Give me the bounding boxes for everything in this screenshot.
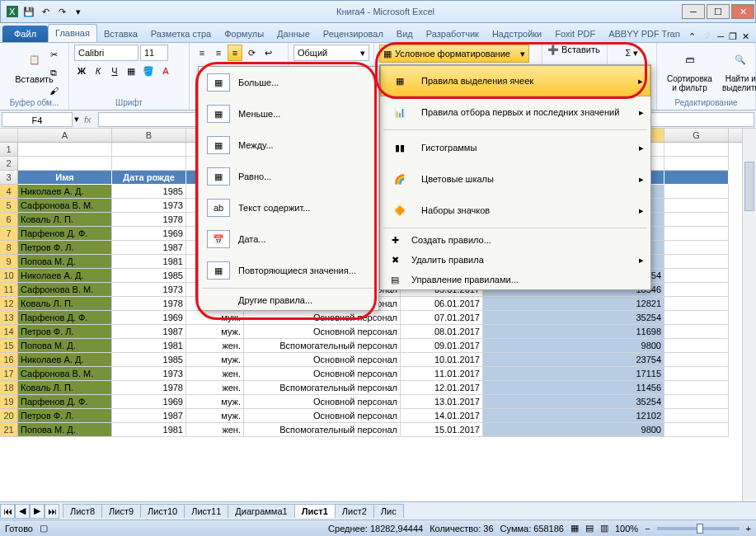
cut-icon[interactable]: ✂: [46, 46, 61, 63]
rule-more[interactable]: Другие правила...: [199, 290, 378, 310]
cell[interactable]: 1969: [112, 227, 186, 241]
cf-manage-rules[interactable]: ▤ Управление правилами...: [380, 270, 650, 289]
sheet-tab[interactable]: Лист10: [140, 504, 185, 518]
row-header[interactable]: 7: [0, 227, 18, 241]
cell[interactable]: Сафронова В. М.: [18, 283, 112, 297]
sheet-tab[interactable]: Диаграмма1: [228, 504, 294, 518]
minimize-button[interactable]: ─: [682, 4, 705, 19]
view-normal-icon[interactable]: ▦: [571, 523, 579, 534]
cell[interactable]: [664, 353, 729, 367]
undo-icon[interactable]: ↶: [39, 5, 52, 18]
sheet-nav-next[interactable]: ▶: [30, 504, 45, 519]
cell[interactable]: 12.01.2017: [401, 381, 483, 395]
row-header[interactable]: 9: [0, 255, 18, 269]
cell[interactable]: Парфенов Д. Ф.: [18, 227, 112, 241]
cell[interactable]: [664, 423, 729, 437]
row-header[interactable]: 15: [0, 339, 18, 353]
cell[interactable]: [664, 339, 729, 353]
cf-color-scales[interactable]: 🌈 Цветовые шкалы ▸: [380, 163, 650, 195]
cell[interactable]: Петров Ф. Л.: [18, 409, 112, 423]
row-header[interactable]: 8: [0, 241, 18, 255]
cell[interactable]: Вспомогательный персонал: [244, 423, 401, 437]
autosum-button[interactable]: Σ ▾: [613, 45, 651, 61]
tab-addins[interactable]: Надстройки: [486, 26, 548, 42]
row-header[interactable]: 6: [0, 213, 18, 227]
cf-icon-sets[interactable]: 🔶 Наборы значков ▸: [380, 195, 650, 226]
rule-text-contains[interactable]: abТекст содержит...: [199, 192, 378, 223]
cell[interactable]: Попова М. Д.: [18, 339, 112, 353]
font-size-dropdown[interactable]: 11: [140, 45, 168, 61]
align-bottom-button[interactable]: ≡: [228, 45, 242, 61]
tab-data[interactable]: Данные: [270, 26, 317, 42]
cell[interactable]: 23754: [483, 353, 664, 367]
ribbon-minimize-icon[interactable]: ⌃: [688, 31, 696, 42]
sheet-tab[interactable]: Лист1: [294, 504, 336, 518]
cell[interactable]: Основной персонал: [244, 409, 401, 423]
cell[interactable]: 07.01.2017: [401, 311, 483, 325]
cell[interactable]: Основной персонал: [244, 311, 401, 325]
orientation-button[interactable]: ⟳: [244, 45, 259, 61]
sheet-tab[interactable]: Лис: [373, 504, 404, 518]
cell[interactable]: 9800: [483, 339, 664, 353]
qat-more-icon[interactable]: ▾: [72, 5, 85, 18]
border-button[interactable]: ▦: [124, 63, 139, 79]
cell[interactable]: 1987: [112, 241, 186, 255]
cell[interactable]: [664, 297, 729, 311]
align-middle-button[interactable]: ≡: [211, 45, 226, 61]
fx-icon[interactable]: fx: [84, 115, 92, 125]
cell[interactable]: 09.01.2017: [401, 339, 483, 353]
col-header-B[interactable]: B: [112, 129, 186, 142]
cell[interactable]: муж.: [186, 311, 244, 325]
cell[interactable]: Сафронова В. М.: [18, 367, 112, 381]
tab-insert[interactable]: Вставка: [97, 26, 144, 42]
sheet-tab[interactable]: Лист9: [101, 504, 141, 518]
cell[interactable]: Коваль Л. П.: [18, 297, 112, 311]
maximize-button[interactable]: ☐: [707, 4, 730, 19]
row-header[interactable]: 4: [0, 185, 18, 199]
cell[interactable]: 12102: [483, 409, 664, 423]
cell[interactable]: [664, 241, 729, 255]
cell[interactable]: 35254: [483, 395, 664, 409]
cell[interactable]: 11.01.2017: [401, 367, 483, 381]
cell[interactable]: Основной персонал: [244, 325, 401, 339]
tab-foxit[interactable]: Foxit PDF: [548, 26, 602, 42]
cell[interactable]: муж.: [186, 409, 244, 423]
sheet-tab[interactable]: Лист8: [63, 504, 102, 518]
cell[interactable]: [664, 381, 729, 395]
cell[interactable]: 1978: [112, 213, 186, 227]
mdi-max-icon[interactable]: ❐: [729, 31, 737, 42]
cell[interactable]: Попова М. Д.: [18, 423, 112, 437]
tab-review[interactable]: Рецензировал: [317, 26, 390, 42]
cell[interactable]: жен.: [186, 339, 244, 353]
cell[interactable]: 15.01.2017: [401, 423, 483, 437]
cf-new-rule[interactable]: ✚ Создать правило...: [380, 230, 650, 250]
cell[interactable]: [664, 185, 729, 199]
cf-highlight-rules[interactable]: ▦ Правила выделения ячеек ▸: [380, 65, 650, 96]
cell[interactable]: 1973: [112, 283, 186, 297]
row-header[interactable]: 17: [0, 367, 18, 381]
cell[interactable]: 10.01.2017: [401, 353, 483, 367]
cell[interactable]: 1973: [112, 367, 186, 381]
cell[interactable]: [664, 269, 729, 283]
row-header[interactable]: 20: [0, 409, 18, 423]
cell[interactable]: 1978: [112, 381, 186, 395]
mdi-min-icon[interactable]: ─: [717, 31, 724, 42]
cell[interactable]: 1985: [112, 353, 186, 367]
cell[interactable]: [664, 367, 729, 381]
namebox-dropdown-icon[interactable]: ▾: [74, 114, 79, 125]
cell[interactable]: 1985: [112, 269, 186, 283]
cf-data-bars[interactable]: ▮▮ Гистограммы ▸: [380, 132, 650, 163]
find-select-button[interactable]: 🔍 Найти и выделить: [717, 45, 756, 94]
zoom-percent[interactable]: 100%: [615, 524, 638, 534]
cell[interactable]: Вспомогательный персонал: [244, 381, 401, 395]
tab-view[interactable]: Вид: [390, 26, 420, 42]
fill-color-button[interactable]: 🪣: [140, 63, 157, 79]
cell[interactable]: 11456: [483, 381, 664, 395]
cell[interactable]: [664, 283, 729, 297]
cell[interactable]: 1981: [112, 255, 186, 269]
sheet-nav-last[interactable]: ⏭: [45, 504, 59, 519]
row-header[interactable]: 13: [0, 311, 18, 325]
italic-button[interactable]: К: [91, 63, 106, 79]
row-header[interactable]: 12: [0, 297, 18, 311]
redo-icon[interactable]: ↷: [55, 5, 68, 18]
